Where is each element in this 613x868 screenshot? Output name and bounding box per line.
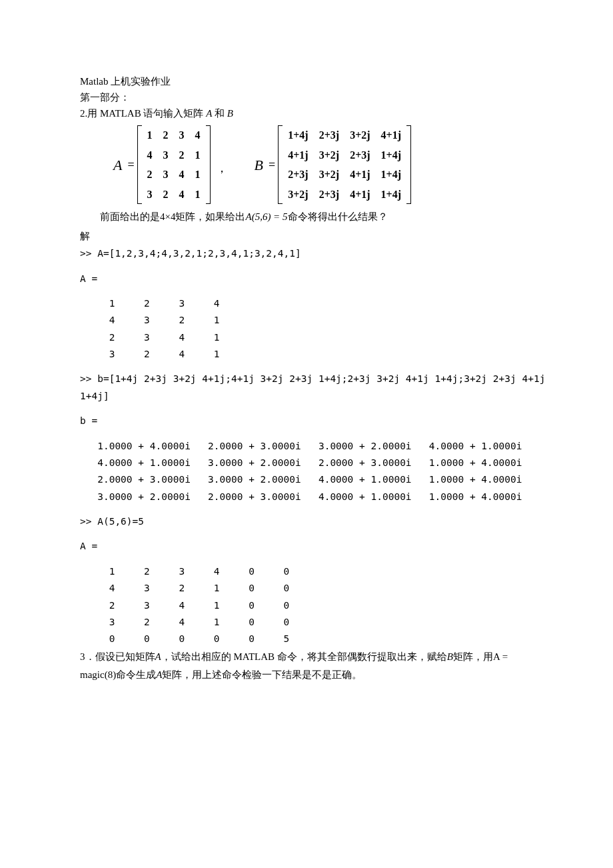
comma: ， [216, 159, 228, 205]
matrix-A-group: A = 1234 4321 2341 3241 [113, 125, 211, 204]
matrix-B: 1+4j2+3j3+2j4+1j 4+1j3+2j2+3j1+4j 2+3j3+… [278, 125, 411, 204]
code-input-1: >> A=[1,2,3,4;4,3,2,1;2,3,4,1;3,2,4,1] [80, 245, 533, 262]
output-b-rows: 1.0000 + 4.0000i 2.0000 + 3.0000i 3.0000… [80, 438, 533, 506]
section-header: 第一部分： [80, 89, 533, 105]
matrix-B-group: B = 1+4j2+3j3+2j4+1j 4+1j3+2j2+3j1+4j 2+… [255, 125, 411, 204]
code-input-2: >> b=[1+4j 2+3j 3+2j 4+1j;4+1j 3+2j 2+3j… [80, 371, 533, 405]
document-title: Matlab 上机实验作业 [80, 73, 533, 89]
solution-label: 解 [80, 228, 533, 244]
output-A2-rows: 1 2 3 4 0 0 4 3 2 1 0 0 2 3 4 1 0 0 3 2 … [80, 563, 533, 648]
code-input-3: >> A(5,6)=5 [80, 513, 533, 530]
equals-sign: = [269, 155, 275, 175]
q2-text: 2.用 MATLAB 语句输入矩阵 [80, 108, 203, 119]
equals-sign: = [127, 155, 134, 175]
var-A: A [206, 108, 212, 119]
var-B: B [227, 108, 233, 119]
output-A-rows: 1 2 3 4 4 3 2 1 2 3 4 1 3 2 4 1 [80, 295, 533, 363]
output-A-header: A = [80, 271, 533, 287]
matrix-A: 1234 4321 2341 3241 [137, 125, 211, 204]
q2-and: 和 [215, 108, 225, 119]
output-A2-header: A = [80, 538, 533, 555]
question-2-intro: 2.用 MATLAB 语句输入矩阵 A 和 B [80, 105, 533, 121]
question-3: 3．假设已知矩阵A，试给出相应的 MATLAB 命令，将其全部偶数行提取出来，赋… [80, 648, 533, 685]
matrix-B-label: B [255, 153, 263, 177]
output-b-header: b = [80, 413, 533, 429]
question-2-followup: 前面给出的是4×4矩阵，如果给出A(5,6) = 5命令将得出什么结果？ [80, 208, 533, 227]
matrix-equations: A = 1234 4321 2341 3241 ， B = 1+4j2+3j3+… [80, 125, 533, 204]
matrix-A-label: A [113, 153, 122, 177]
